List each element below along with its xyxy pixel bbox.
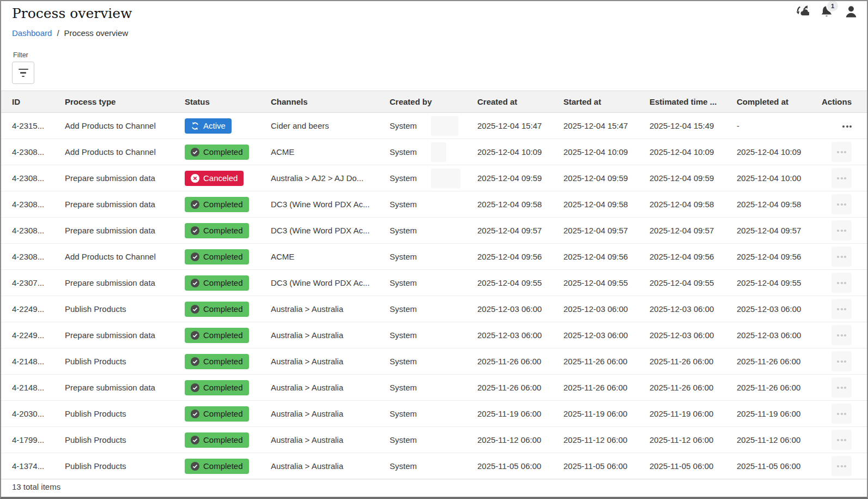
ellipsis-icon — [837, 177, 839, 179]
cell-status: Completed — [185, 249, 271, 264]
cell-process-id: 4-2308... — [1, 226, 65, 235]
cell-created-at: 2025-12-04 15:47 — [477, 121, 563, 130]
ellipsis-icon — [841, 282, 843, 284]
page-title: Process overview — [12, 4, 856, 23]
ellipsis-icon — [841, 230, 843, 232]
ellipsis-icon — [844, 151, 846, 153]
cell-channels: DC3 (Wine Word PDX Ac... — [271, 226, 390, 235]
row-actions-button[interactable] — [842, 125, 852, 128]
ellipsis-icon — [844, 308, 846, 310]
cell-process-type: Prepare submission data — [65, 226, 185, 235]
cell-actions — [822, 142, 867, 162]
breadcrumb: Dashboard / Process overview — [12, 28, 856, 38]
status-badge: Completed — [185, 223, 249, 238]
cell-started-at: 2025-12-04 09:57 — [563, 226, 650, 235]
column-header-created-at: Created at — [477, 97, 563, 106]
row-actions-button[interactable] — [831, 377, 852, 398]
cell-channels: Cider and beers — [271, 121, 390, 130]
status-badge: Completed — [185, 354, 249, 369]
cell-created-at: 2025-11-12 06:00 — [477, 435, 563, 444]
ellipsis-icon — [841, 203, 843, 206]
row-actions-button[interactable] — [831, 247, 852, 267]
cell-estimated-time: 2025-11-26 06:00 — [650, 383, 737, 392]
cell-started-at: 2025-12-04 09:56 — [563, 252, 650, 261]
row-actions-button[interactable] — [831, 299, 852, 319]
cell-process-type: Add Products to Channel — [65, 252, 185, 261]
process-sync-icon[interactable] — [795, 3, 809, 20]
cell-created-at: 2025-11-26 06:00 — [477, 383, 563, 392]
cell-created-by: System — [390, 116, 477, 136]
row-actions-button[interactable] — [831, 430, 852, 450]
row-actions-button[interactable] — [831, 194, 852, 214]
ellipsis-icon — [841, 387, 843, 389]
cell-status: Completed — [185, 380, 271, 395]
active-sync-icon — [191, 122, 199, 130]
cell-completed-at: 2025-12-04 10:09 — [737, 147, 822, 157]
row-actions-button[interactable] — [831, 168, 852, 188]
status-badge-label: Completed — [203, 305, 243, 313]
created-by-value: System — [390, 435, 417, 444]
created-by-value: System — [390, 461, 417, 471]
ellipsis-icon — [844, 439, 846, 441]
status-badge: Active — [185, 118, 232, 134]
cell-actions — [822, 325, 867, 345]
cell-created-by: System — [390, 461, 477, 471]
cell-process-type: Prepare submission data — [65, 330, 185, 340]
cell-process-type: Prepare submission data — [65, 200, 185, 209]
cell-actions — [822, 220, 867, 241]
breadcrumb-current: Process overview — [64, 28, 129, 38]
status-badge: Completed — [185, 406, 249, 422]
row-actions-button[interactable] — [831, 351, 852, 371]
ellipsis-icon — [842, 125, 845, 128]
cell-created-at: 2025-12-04 09:59 — [477, 173, 563, 183]
table-row: 4-2308...Prepare submission dataComplete… — [1, 218, 867, 244]
cell-process-type: Prepare submission data — [65, 278, 185, 287]
row-actions-button[interactable] — [831, 220, 852, 241]
cell-created-at: 2025-12-03 06:00 — [477, 304, 563, 314]
filter-button[interactable] — [12, 62, 34, 84]
status-badge-label: Completed — [203, 252, 243, 261]
cell-estimated-time: 2025-12-04 15:49 — [650, 121, 737, 130]
user-profile-icon[interactable] — [844, 3, 858, 20]
table-row: 4-2148...Prepare submission dataComplete… — [1, 375, 867, 401]
cell-status: Active — [185, 118, 271, 134]
ellipsis-icon — [841, 177, 843, 179]
created-by-value: System — [390, 383, 417, 392]
created-by-value: System — [390, 330, 417, 340]
notifications-bell-icon[interactable]: 1 — [820, 3, 834, 20]
created-by-value: System — [390, 147, 417, 157]
cell-channels: DC3 (Wine Word PDX Ac... — [271, 200, 390, 209]
completed-check-icon — [191, 410, 199, 418]
row-actions-button[interactable] — [831, 142, 852, 162]
cell-started-at: 2025-11-26 06:00 — [563, 383, 650, 392]
cell-process-id: 4-2308... — [1, 147, 65, 157]
table-row: 4-2315...Add Products to ChannelActiveCi… — [1, 113, 867, 139]
row-actions-button[interactable] — [831, 325, 852, 345]
cell-channels: Australia > AJ2 > AJ Do... — [271, 173, 390, 183]
cell-created-by: System — [390, 200, 477, 209]
cell-estimated-time: 2025-12-03 06:00 — [650, 304, 737, 314]
cell-process-id: 4-2308... — [1, 200, 65, 209]
cell-process-id: 4-2148... — [1, 383, 65, 392]
status-badge-label: Completed — [203, 410, 243, 418]
cell-started-at: 2025-11-12 06:00 — [563, 435, 650, 444]
cell-completed-at: 2025-11-05 06:00 — [737, 461, 822, 471]
row-actions-button[interactable] — [831, 456, 852, 476]
table-row: 4-2308...Add Products to ChannelComplete… — [1, 139, 867, 165]
row-actions-button[interactable] — [831, 273, 852, 293]
table-header-row: IDProcess typeStatusChannelsCreated byCr… — [1, 91, 867, 113]
cell-process-type: Publish Products — [65, 461, 185, 471]
row-actions-button[interactable] — [831, 404, 852, 424]
ellipsis-icon — [844, 177, 846, 179]
status-badge-label: Completed — [203, 226, 243, 235]
ellipsis-icon — [837, 465, 839, 467]
breadcrumb-dashboard-link[interactable]: Dashboard — [12, 28, 52, 38]
filter-block: Filter — [12, 51, 867, 84]
cell-completed-at: 2025-11-12 06:00 — [737, 435, 822, 444]
cell-completed-at: 2025-12-04 09:57 — [737, 226, 822, 235]
cell-completed-at: 2025-12-03 06:00 — [737, 304, 822, 314]
cell-created-by: System — [390, 169, 477, 188]
ellipsis-icon — [844, 230, 846, 232]
cell-process-id: 4-2308... — [1, 173, 65, 183]
column-header-channels: Channels — [271, 97, 390, 106]
